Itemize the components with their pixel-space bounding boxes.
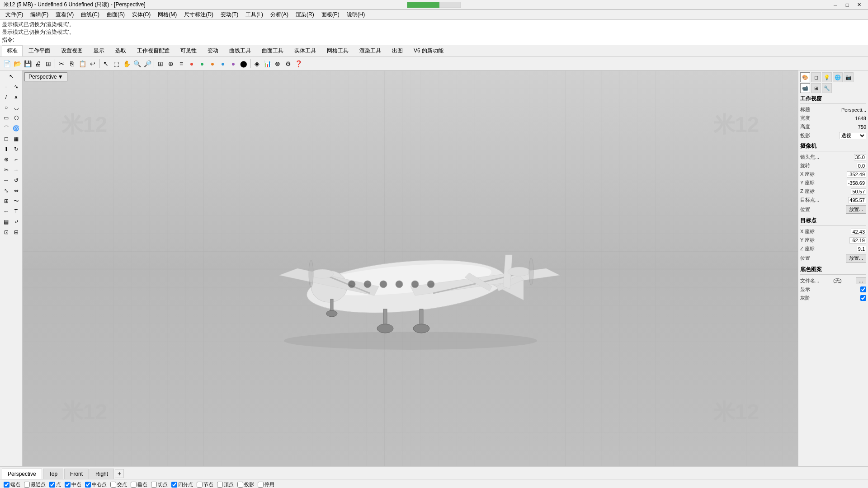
surface-tool[interactable]: ◻ xyxy=(1,134,11,144)
paste-icon[interactable]: 📋 xyxy=(77,59,87,69)
snap-cb-顶点[interactable] xyxy=(217,482,223,488)
tab-top[interactable]: Top xyxy=(43,469,63,479)
bg-gray-checkbox[interactable] xyxy=(860,295,866,301)
tab-[interactable]: 工作平面 xyxy=(24,45,55,56)
copy-icon[interactable]: ⎘ xyxy=(67,59,77,69)
freeform-tool[interactable]: ⌒ xyxy=(1,123,11,133)
menu-item-v[interactable]: 查看(V) xyxy=(52,10,77,19)
line-tool[interactable]: / xyxy=(1,92,11,102)
focal-value[interactable]: 35.0 xyxy=(854,154,866,160)
select-tool[interactable]: ↖ xyxy=(1,71,21,81)
rotation-value[interactable]: 0.0 xyxy=(857,163,866,169)
rp-icon-object[interactable]: ◻ xyxy=(811,72,821,82)
cam-x-value[interactable]: -352.49 xyxy=(847,171,866,178)
menu-item-r[interactable]: 渲染(R) xyxy=(292,10,318,19)
arc-tool[interactable]: ◡ xyxy=(11,103,21,113)
grid-snap-icon[interactable]: ⊞ xyxy=(156,59,165,69)
snap-item-切点[interactable]: 切点 xyxy=(151,481,168,488)
snap-item-最近点[interactable]: 最近点 xyxy=(24,481,46,488)
snap-cb-端点[interactable] xyxy=(4,482,9,488)
menu-item-s[interactable]: 曲面(S) xyxy=(103,10,128,19)
viewport-label-button[interactable]: Perspective ▼ xyxy=(24,72,67,81)
rp-icon-grid[interactable]: ⊞ xyxy=(811,83,821,93)
tab-[interactable]: 显示 xyxy=(89,45,109,56)
tab-[interactable]: 网格工具 xyxy=(322,45,354,56)
close-button[interactable]: ✕ xyxy=(854,1,864,9)
texture-icon[interactable]: ⬤ xyxy=(239,59,249,69)
snap-cb-交点[interactable] xyxy=(110,482,116,488)
tab-[interactable]: 设置视图 xyxy=(56,45,88,56)
rp-icon-render[interactable]: 📷 xyxy=(844,72,854,82)
tab-[interactable]: 可见性 xyxy=(175,45,202,56)
analysis-icon[interactable]: 📊 xyxy=(262,59,272,69)
worksess-tool[interactable]: ⊟ xyxy=(11,227,21,237)
gumball-icon[interactable]: ⊛ xyxy=(273,59,283,69)
save-icon[interactable]: 💾 xyxy=(23,59,33,69)
cam-y-value[interactable]: -358.69 xyxy=(847,180,866,186)
open-icon[interactable]: 📂 xyxy=(12,59,22,69)
new-icon[interactable]: 📄 xyxy=(2,59,12,69)
helix-tool[interactable]: 🌀 xyxy=(11,123,21,133)
polygon-tool[interactable]: ⬡ xyxy=(11,113,21,123)
text-tool[interactable]: T xyxy=(11,206,21,216)
help-icon[interactable]: ❓ xyxy=(293,59,303,69)
menu-item-c[interactable]: 曲线(C) xyxy=(77,10,103,19)
rect-tool[interactable]: ▭ xyxy=(1,113,11,123)
curve-tool[interactable]: ∿ xyxy=(11,82,21,92)
tab-right[interactable]: Right xyxy=(90,469,114,479)
menu-item-f[interactable]: 文件(F) xyxy=(2,10,27,19)
move-tool[interactable]: ↔ xyxy=(1,175,11,185)
tz-value[interactable]: 9.1 xyxy=(857,246,866,252)
viewport-label[interactable]: Perspective ▼ xyxy=(24,72,67,81)
menu-item-a[interactable]: 分析(A) xyxy=(267,10,292,19)
snap-item-四分点[interactable]: 四分点 xyxy=(171,481,193,488)
set-target-position-button[interactable]: 放置... xyxy=(846,254,866,263)
snap-item-停用[interactable]: 停用 xyxy=(258,481,274,488)
boolean-tool[interactable]: ⊕ xyxy=(1,155,11,164)
menu-item-o[interactable]: 实体(O) xyxy=(128,10,154,19)
color5-icon[interactable]: ● xyxy=(228,59,238,69)
snap-cb-最近点[interactable] xyxy=(24,482,30,488)
extrude-tool[interactable]: ⬆ xyxy=(1,144,11,154)
snap-item-中心点[interactable]: 中心点 xyxy=(85,481,107,488)
mesh-tool[interactable]: ▦ xyxy=(11,134,21,144)
minimize-button[interactable]: ─ xyxy=(830,1,841,9)
add-viewport-tab-button[interactable]: + xyxy=(115,469,124,478)
tab-v6[interactable]: V6 的新功能 xyxy=(409,45,448,56)
snap-cb-中点[interactable] xyxy=(65,482,71,488)
snap-item-中点[interactable]: 中点 xyxy=(65,481,81,488)
rp-icon-env[interactable]: 🌐 xyxy=(833,72,843,82)
color3-icon[interactable]: ● xyxy=(208,59,217,69)
layer-icon[interactable]: ≡ xyxy=(176,59,186,69)
extend-tool[interactable]: → xyxy=(11,165,21,175)
snap-item-交点[interactable]: 交点 xyxy=(110,481,127,488)
window-select-icon[interactable]: ⬚ xyxy=(111,59,121,69)
menu-item-t[interactable]: 变动(T) xyxy=(217,10,242,19)
tab-[interactable]: 标准 xyxy=(2,45,23,56)
menu-item-e[interactable]: 编辑(E) xyxy=(27,10,52,19)
render-mode-icon[interactable]: ◈ xyxy=(252,59,262,69)
tab-front[interactable]: Front xyxy=(64,469,89,479)
snap-item-垂点[interactable]: 垂点 xyxy=(131,481,147,488)
snap-cb-节点[interactable] xyxy=(197,482,203,488)
snap-cb-切点[interactable] xyxy=(151,482,157,488)
array-tool[interactable]: ⊞ xyxy=(1,196,11,206)
bg-show-checkbox[interactable] xyxy=(860,286,866,292)
snap-item-顶点[interactable]: 顶点 xyxy=(217,481,234,488)
hatch-tool[interactable]: ▤ xyxy=(1,217,11,227)
mirror-tool[interactable]: ⇔ xyxy=(11,186,21,196)
snap-item-端点[interactable]: 端点 xyxy=(4,481,20,488)
tab-[interactable]: 渲染工具 xyxy=(354,45,386,56)
snap-item-节点[interactable]: 节点 xyxy=(197,481,213,488)
color4-icon[interactable]: ● xyxy=(218,59,228,69)
rp-icon-props[interactable]: 🔧 xyxy=(822,83,832,93)
rp-icon-light[interactable]: 💡 xyxy=(822,72,832,82)
pan-icon[interactable]: ✋ xyxy=(122,59,132,69)
set-cam-position-button[interactable]: 放置... xyxy=(846,205,866,214)
snap-item-点[interactable]: 点 xyxy=(49,481,61,488)
prompt-line[interactable]: 指令: xyxy=(2,36,866,44)
snap-cb-停用[interactable] xyxy=(258,482,264,488)
rotate-tool[interactable]: ↺ xyxy=(11,175,21,185)
cam-z-value[interactable]: 50.57 xyxy=(851,188,866,195)
menu-item-l[interactable]: 工具(L) xyxy=(242,10,267,19)
